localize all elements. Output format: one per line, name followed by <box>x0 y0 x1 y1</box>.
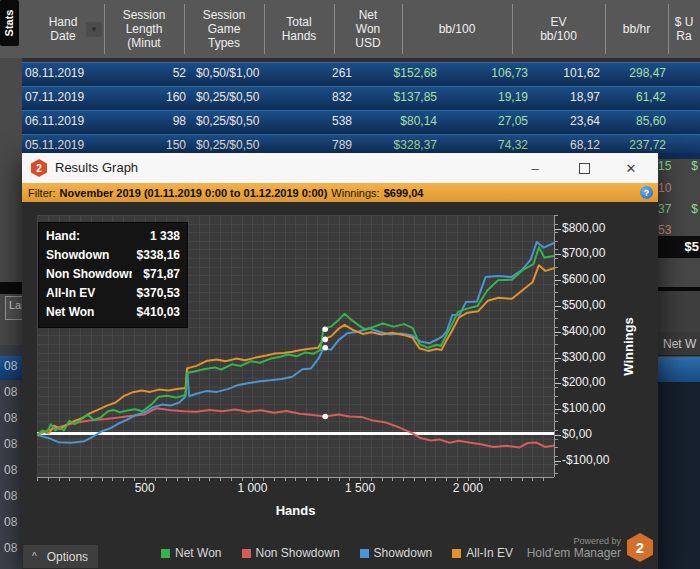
tooltip-row: All-In EV$370,53 <box>39 284 187 303</box>
occluded-row-fragment[interactable]: 15$ <box>658 157 700 177</box>
bottom-pane-row-fragment[interactable]: 08 <box>0 408 22 432</box>
y-tick-mark <box>555 409 561 410</box>
column-header-total_hands[interactable]: Total Hands <box>264 0 334 58</box>
cell-game_types: $0,50/$1,00 <box>196 66 259 80</box>
x-tick-label: 1 500 <box>335 481 385 495</box>
filter-bar: Filter: November 2019 (01.11.2019 0:00 t… <box>22 183 658 202</box>
options-label: Options <box>47 550 88 564</box>
header-separator <box>334 4 335 54</box>
cell-bbhr: 237,72 <box>629 138 666 152</box>
cell-total_hands: 832 <box>332 90 352 104</box>
left-divider-band <box>0 282 22 294</box>
stats-tab[interactable]: Stats <box>0 0 19 46</box>
right-edge-sliver: 15$1037$53 $5 Net W <box>658 153 700 569</box>
chevron-up-icon: ^ <box>32 551 37 562</box>
tooltip-row: Non Showdown$71,87 <box>39 265 187 284</box>
tooltip-value: $370,53 <box>137 286 180 301</box>
cell-net_won: $137,85 <box>394 90 437 104</box>
bottom-pane-row-fragment[interactable]: 08 <box>0 512 22 536</box>
bottom-pane-row-fragment[interactable]: 08 <box>0 486 22 510</box>
tooltip-value: 1 338 <box>150 229 180 244</box>
y-tick-label: $200,00 <box>562 375 605 389</box>
y-tick-label: $400,00 <box>562 324 605 338</box>
cell-hand_date: 06.11.2019 <box>25 114 84 128</box>
results-graph-window: 2 Results Graph – ✕ Filter: November 201… <box>22 153 658 569</box>
cell-game_types: $0,25/$0,50 <box>196 114 259 128</box>
column-header-bb100[interactable]: bb/100 <box>402 0 512 58</box>
column-header-ev_bb100[interactable]: EV bb/100 <box>512 0 605 58</box>
sort-arrow-icon[interactable]: ▼ <box>86 22 102 37</box>
bottom-pane-row-fragment[interactable]: 08 <box>0 382 22 406</box>
help-icon[interactable]: ? <box>640 186 653 199</box>
screen: Stats Hand Date▼Session Length (MinutSes… <box>0 0 700 569</box>
header-separator <box>668 4 669 54</box>
value-fragment: 10 <box>658 181 671 195</box>
table-row[interactable]: 08.11.201952$0,50/$1,00261$152,68106,731… <box>22 62 700 86</box>
hm2-logo-icon: 2 <box>627 533 653 562</box>
tooltip-label: All-In EV <box>46 286 132 301</box>
y-tick-mark <box>555 254 561 255</box>
cell-ev_bb100: 101,62 <box>563 66 600 80</box>
cell-game_types: $0,25/$0,50 <box>196 90 259 104</box>
bottom-pane-row-fragment[interactable]: 08 <box>0 538 22 562</box>
cell-net_won: $80,14 <box>400 114 437 128</box>
x-axis-title: Hands <box>37 503 554 518</box>
close-button[interactable]: ✕ <box>616 153 646 183</box>
cell-bbhr: 298,47 <box>629 66 666 80</box>
value-fragment: 37 <box>658 202 671 216</box>
value-fragment: $ <box>691 159 698 173</box>
powered-by-line1: Powered by <box>527 536 621 546</box>
legend-item-all-in-ev: All-In EV <box>452 546 513 560</box>
occluded-row-fragment[interactable]: 10 <box>658 179 700 199</box>
y-tick-mark <box>555 358 561 359</box>
bottom-pane-row-fragment[interactable]: 08 <box>0 434 22 458</box>
y-tick-label: -$100,00 <box>562 453 609 467</box>
bottom-pane-row-fragment[interactable]: 08 <box>0 564 22 569</box>
maximize-icon <box>579 163 590 174</box>
cell-bb100: 27,05 <box>498 114 528 128</box>
header-separator <box>402 4 403 54</box>
header-separator <box>512 4 513 54</box>
table-row[interactable]: 06.11.201998$0,25/$0,50538$80,1427,0523,… <box>22 110 700 134</box>
cell-hand_date: 05.11.2019 <box>25 138 84 152</box>
legend-swatch-icon <box>161 549 170 558</box>
header-separator <box>264 4 265 54</box>
cell-hand_date: 08.11.2019 <box>25 66 84 80</box>
y-axis-title: Winnings <box>618 215 638 477</box>
maximize-button[interactable] <box>569 153 599 183</box>
y-tick-label: $500,00 <box>562 298 605 312</box>
column-header-rake[interactable]: $ U Ra <box>668 0 700 58</box>
column-header-game_types[interactable]: Session Game Types <box>184 0 264 58</box>
y-tick-mark <box>555 435 561 436</box>
options-button[interactable]: ^ Options <box>22 544 99 569</box>
legend-label: All-In EV <box>466 546 513 560</box>
filter-label: Filter: <box>28 187 56 199</box>
totals-row-fragment[interactable]: $5 <box>658 236 700 258</box>
minimize-button[interactable]: – <box>520 153 550 183</box>
filter-value: November 2019 (01.11.2019 0:00 to 01.12.… <box>60 187 328 199</box>
titlebar[interactable]: 2 Results Graph – ✕ <box>22 153 658 184</box>
legend-swatch-icon <box>242 549 251 558</box>
selected-row-fragment[interactable] <box>658 357 700 382</box>
cell-total_hands: 261 <box>332 66 352 80</box>
net-won-column-header-fragment[interactable]: Net W <box>658 332 700 356</box>
column-header-net_won[interactable]: Net Won USD <box>334 0 402 58</box>
cell-game_types: $0,25/$0,50 <box>196 138 259 152</box>
y-tick-label: $100,00 <box>562 401 605 415</box>
powered-by: Powered by Hold'em Manager 2 <box>527 533 653 562</box>
value-fragment: $ <box>691 202 698 216</box>
column-header-bbhr[interactable]: bb/hr <box>605 0 668 58</box>
y-tick-label: $700,00 <box>562 246 605 260</box>
cell-session_length: 98 <box>173 114 186 128</box>
window-title: Results Graph <box>55 160 138 175</box>
occluded-row-fragment[interactable]: 37$ <box>658 200 700 220</box>
value-fragment: 53 <box>658 223 671 237</box>
bottom-pane-row-fragment[interactable]: 08 <box>0 460 22 484</box>
column-header-session_length[interactable]: Session Length (Minut <box>104 0 184 58</box>
table-row[interactable]: 07.11.2019160$0,25/$0,50832$137,8519,191… <box>22 86 700 110</box>
tooltip-value: $410,03 <box>137 305 180 320</box>
bottom-pane-row-fragment[interactable]: 08 <box>0 356 22 380</box>
tooltip-row: Showdown$338,16 <box>39 246 187 265</box>
tooltip-label: Non Showdown <box>46 267 132 282</box>
tooltip-label: Net Won <box>46 305 132 320</box>
